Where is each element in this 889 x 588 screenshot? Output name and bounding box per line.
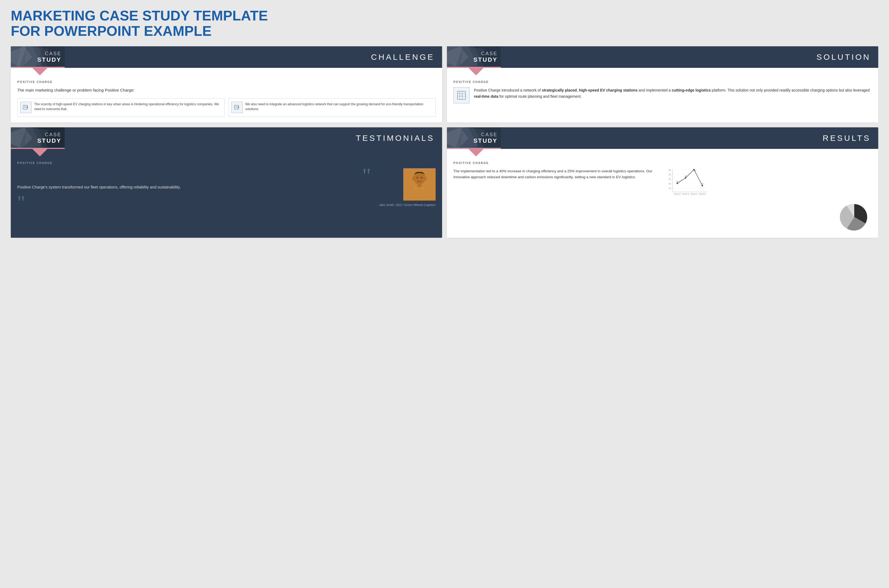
svg-rect-23 [457,91,465,99]
solution-body: POSITIVE CHARGE Positive Charge introduc… [447,75,878,109]
testimonial-text-block: " Positive Charge's system transformed o… [17,168,374,212]
svg-point-41 [412,176,415,181]
svg-text:42: 42 [684,175,687,177]
challenge-header: CASE STUDY CHALLENGE [11,46,442,68]
challenge-intro: The main marketing challenge or problem … [17,87,436,93]
challenge-card: CASE STUDY CHALLENGE POSITIVE CHARGE The… [11,46,442,123]
solution-text: Positive Charge introduced a network of … [474,87,872,100]
quote-bottom-icon: " [17,195,36,210]
case-study-label-results: CASE STUDY [473,132,498,144]
svg-text:40: 40 [669,178,671,180]
case-study-label-solution: CASE STUDY [473,51,498,63]
results-header: CASE STUDY RESULTS [447,128,878,149]
challenge-company: POSITIVE CHARGE [17,80,436,84]
svg-text:Sector A: Sector A [674,193,680,195]
testimonial-quote: Positive Charge's system transformed our… [17,184,374,190]
solution-icon [453,87,469,104]
svg-point-67 [685,177,686,178]
svg-text:20: 20 [669,188,671,189]
testimonial-content: " Positive Charge's system transformed o… [17,168,436,212]
svg-text:50: 50 [669,174,671,176]
quote-top-icon: " [17,168,374,183]
page-title: MARKETING CASE STUDY TEMPLATE FOR POWERP… [11,8,878,39]
testimonials-header: CASE STUDY TESTIMONIALS [11,128,442,149]
testimonial-right: - Alex Smith, CEO / Green Wheels Logisti… [378,168,436,207]
challenge-section-title: CHALLENGE [371,52,435,62]
results-card: CASE STUDY RESULTS POSITIVE CHARGE The i… [447,128,878,238]
challenge-item-0-text: The scarcity of high-speed EV charging s… [34,102,222,111]
card-grid: CASE STUDY CHALLENGE POSITIVE CHARGE The… [11,46,878,238]
svg-text:60: 60 [694,170,696,171]
ev-charging-icon [20,102,32,113]
solution-header-left: CASE STUDY [447,46,501,68]
results-header-left: CASE STUDY [447,128,501,149]
challenge-section-title-wrap: CHALLENGE [65,46,442,68]
testimonial-attribution: - Alex Smith, CEO / Green Wheels Logisti… [378,203,436,207]
case-study-label-testimonials: CASE STUDY [37,132,62,144]
testimonials-card: CASE STUDY TESTIMONIALS POSITIVE CHARGE … [11,128,442,238]
svg-text:30: 30 [669,183,671,185]
results-charts: 20 30 40 50 [665,168,872,232]
challenge-pointer [11,68,442,75]
svg-text:60: 60 [669,169,671,171]
svg-text:30: 30 [676,181,678,183]
solution-section-title: SOLUTION [817,52,871,62]
results-pointer [447,149,878,156]
svg-text:Sector D: Sector D [699,193,706,195]
results-section-title-wrap: RESULTS [501,128,878,149]
svg-point-39 [417,177,418,178]
solution-pointer [447,68,878,75]
svg-point-36 [414,172,426,184]
results-content: The implementation led to a 40% increase… [453,168,872,232]
solution-card: CASE STUDY SOLUTION POSITIVE CHARGE [447,46,878,123]
case-study-label-challenge: CASE STUDY [37,51,62,63]
svg-point-66 [677,183,678,184]
challenge-body: POSITIVE CHARGE The main marketing chall… [11,75,442,123]
solution-header: CASE STUDY SOLUTION [447,46,878,68]
results-body: POSITIVE CHARGE The implementation led t… [447,156,878,238]
avatar [403,168,436,201]
line-chart: 20 30 40 50 [665,168,872,199]
results-company: POSITIVE CHARGE [453,161,872,165]
svg-text:Sector C: Sector C [690,193,698,195]
challenge-items: The scarcity of high-speed EV charging s… [17,98,436,117]
testimonials-section-title-wrap: TESTIMONIALS [65,128,442,149]
testimonials-body: POSITIVE CHARGE " Positive Charge's syst… [11,156,442,217]
svg-text:25: 25 [701,183,703,185]
results-section-title: RESULTS [823,134,871,143]
testimonials-pointer [11,149,442,156]
solution-content: Positive Charge introduced a network of … [453,87,872,104]
svg-point-69 [701,185,703,186]
svg-text:Sector B: Sector B [682,193,689,195]
testimonials-header-left: CASE STUDY [11,128,65,149]
testimonials-company: POSITIVE CHARGE [17,161,436,165]
solution-company: POSITIVE CHARGE [453,80,872,84]
svg-point-42 [424,176,427,181]
logistics-icon [232,102,243,113]
challenge-item-1-text: We also need to integrate an advanced lo… [245,102,433,111]
svg-rect-38 [417,183,421,187]
challenge-item-1: We also need to integrate an advanced lo… [229,98,436,117]
challenge-header-left: CASE STUDY [11,46,65,68]
challenge-item-0: The scarcity of high-speed EV charging s… [17,98,225,117]
results-text: The implementation led to a 40% increase… [453,168,660,232]
solution-section-title-wrap: SOLUTION [501,46,878,68]
svg-point-40 [421,177,423,178]
pie-chart [837,202,872,232]
testimonials-section-title: TESTIMONIALS [356,134,435,143]
svg-text:": " [17,195,25,210]
